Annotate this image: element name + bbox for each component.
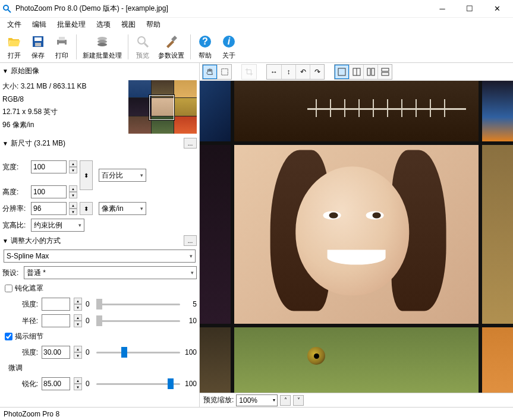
unsharp-radius-slider[interactable]: [96, 315, 180, 327]
unsharp-radius-input[interactable]: [42, 314, 70, 327]
menu-view[interactable]: 视图: [117, 18, 140, 31]
help-icon: ?: [197, 34, 213, 50]
zoom-in-button[interactable]: ˄: [280, 395, 291, 406]
hand-tool[interactable]: [203, 65, 217, 79]
link-res-button[interactable]: ⬍: [80, 202, 93, 215]
width-input[interactable]: [31, 160, 67, 173]
rotate-right[interactable]: ↷: [310, 65, 324, 79]
svg-rect-22: [372, 68, 374, 75]
menu-help[interactable]: 帮助: [141, 18, 165, 31]
toolbar-about[interactable]: i 关于: [217, 33, 241, 61]
reveal-strength-input[interactable]: [42, 346, 70, 359]
app-icon: [2, 4, 12, 14]
preview-viewport[interactable]: [200, 81, 513, 393]
svg-point-0: [4, 5, 8, 10]
width-spinner[interactable]: ▲▼: [69, 160, 77, 173]
reveal-strength-slider[interactable]: [96, 346, 180, 358]
section-original[interactable]: ▼ 原始图像: [1, 64, 198, 78]
original-mode: RGB/8: [2, 93, 128, 106]
minimize-button[interactable]: ─: [429, 0, 456, 18]
preview-toolbar: ↔ ↕ ↶ ↷: [200, 63, 513, 81]
svg-rect-3: [34, 37, 42, 41]
preview-panel: ↔ ↕ ↶ ↷: [200, 63, 513, 407]
menu-batch[interactable]: 批量处理: [52, 18, 90, 31]
resize-method-combo[interactable]: S-Spline Max: [4, 250, 196, 263]
height-input[interactable]: [31, 185, 67, 198]
resolution-input[interactable]: [31, 202, 67, 215]
toolbar-params[interactable]: 参数设置: [155, 33, 188, 61]
unit-combo[interactable]: 百分比: [99, 169, 146, 182]
preset-combo[interactable]: 普通 *: [24, 266, 197, 279]
toolbar-save[interactable]: 保存: [26, 33, 50, 61]
resolution-label: 分辨率:: [2, 204, 29, 214]
view-split-center[interactable]: [349, 65, 363, 79]
reveal-strength-spinner[interactable]: ▲▼: [74, 346, 82, 359]
svg-rect-17: [221, 68, 228, 75]
aspect-label: 宽高比:: [2, 220, 29, 230]
rotate-left[interactable]: ↶: [295, 65, 310, 79]
marquee-tool[interactable]: [217, 65, 231, 79]
svg-rect-7: [59, 43, 65, 47]
zoom-out-button[interactable]: ˅: [293, 395, 304, 406]
batch-icon: [94, 34, 111, 50]
fine-tune-label: 微调: [8, 363, 23, 373]
section-resize[interactable]: ▼ 调整大小的方式 ...: [1, 233, 198, 248]
unsharp-strength-input[interactable]: [42, 298, 70, 311]
height-spinner[interactable]: ▲▼: [69, 185, 77, 198]
toolbar-preview[interactable]: 预览: [131, 33, 155, 61]
height-label: 高度:: [2, 187, 29, 197]
unsharp-strength-slider[interactable]: [96, 298, 180, 310]
view-split-v[interactable]: [363, 65, 377, 79]
svg-text:i: i: [228, 36, 231, 46]
newsize-options-button[interactable]: ...: [184, 138, 197, 149]
reveal-checkbox[interactable]: [5, 333, 12, 340]
svg-rect-4: [35, 43, 41, 46]
close-button[interactable]: ✕: [483, 0, 511, 18]
magnifier-icon: [134, 34, 151, 50]
svg-rect-24: [382, 72, 389, 75]
svg-line-1: [8, 10, 11, 12]
flip-horizontal[interactable]: ↔: [267, 65, 281, 79]
toolbar-open[interactable]: 打开: [2, 33, 26, 61]
crop-tool[interactable]: [242, 65, 256, 79]
folder-open-icon: [6, 34, 23, 50]
preview-zoom-bar: 预览缩放: 100% ˄ ˅: [200, 393, 513, 407]
menubar: 文件 编辑 批量处理 选项 视图 帮助: [0, 18, 513, 31]
aspect-combo[interactable]: 约束比例: [31, 219, 84, 232]
svg-rect-6: [59, 37, 65, 40]
sharpen-input[interactable]: [42, 377, 70, 390]
svg-rect-23: [382, 68, 389, 71]
main-area: ▼ 原始图像 大小: 3.21 MB / 863.11 KB RGB/8 12.…: [0, 63, 513, 407]
resolution-spinner[interactable]: ▲▼: [69, 202, 77, 215]
sharpen-spinner[interactable]: ▲▼: [74, 377, 82, 390]
svg-point-11: [138, 37, 145, 44]
unsharp-label: 钝化遮罩: [15, 283, 43, 293]
menu-edit[interactable]: 编辑: [27, 18, 51, 31]
statusbar: PhotoZoom Pro 8: [0, 407, 513, 420]
thumbnail-navigator[interactable]: [128, 80, 197, 134]
zoom-combo[interactable]: 100%: [236, 394, 278, 406]
flip-vertical[interactable]: ↕: [281, 65, 295, 79]
unsharp-strength-spinner[interactable]: ▲▼: [74, 298, 82, 311]
svg-rect-21: [367, 68, 370, 75]
toolbar-newbatch[interactable]: 新建批量处理: [79, 33, 125, 61]
section-newsize[interactable]: ▼ 新尺寸 (3.21 MB) ...: [1, 136, 198, 150]
sharpen-slider[interactable]: [96, 378, 180, 390]
original-info: 大小: 3.21 MB / 863.11 KB RGB/8 12.71 x 9.…: [2, 80, 128, 134]
view-split-h[interactable]: [377, 65, 392, 79]
toolbar-help[interactable]: ? 帮助: [193, 33, 217, 61]
toolbar-print[interactable]: 打印: [50, 33, 74, 61]
unsharp-radius-spinner[interactable]: ▲▼: [74, 314, 82, 327]
original-dims: 12.71 x 9.58 英寸: [2, 106, 128, 119]
unsharp-checkbox[interactable]: [5, 285, 12, 292]
resize-options-button[interactable]: ...: [184, 235, 197, 246]
link-wh-button[interactable]: ⬍: [80, 160, 93, 190]
view-single[interactable]: [335, 65, 349, 79]
floppy-disk-icon: [30, 34, 46, 50]
menu-options[interactable]: 选项: [92, 18, 115, 31]
menu-file[interactable]: 文件: [2, 18, 26, 31]
resolution-unit-combo[interactable]: 像素/in: [99, 202, 146, 215]
settings-panel: ▼ 原始图像 大小: 3.21 MB / 863.11 KB RGB/8 12.…: [0, 63, 200, 407]
maximize-button[interactable]: ☐: [456, 0, 483, 18]
main-toolbar: 打开 保存 打印 新建批量处理 预览 参数设置 ? 帮助 i 关于: [0, 31, 513, 63]
